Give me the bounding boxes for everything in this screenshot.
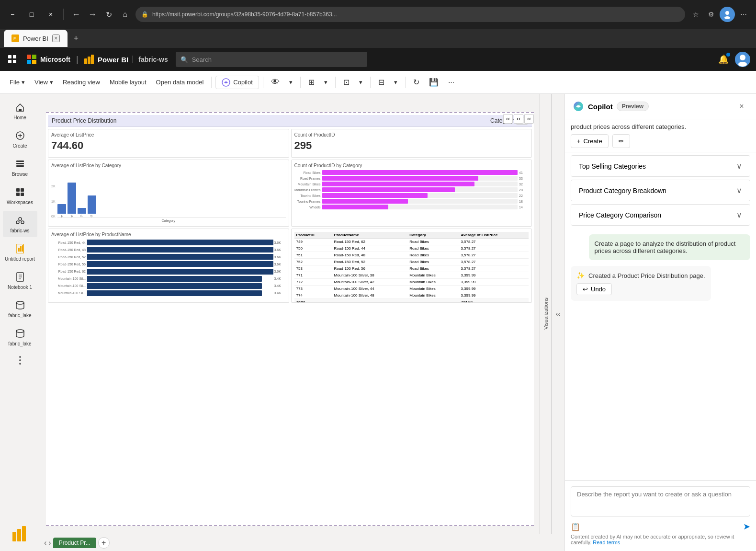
collapse-left-btn[interactable]: ‹‹	[503, 114, 513, 124]
browse-icon	[14, 158, 26, 170]
new-tab-btn[interactable]: +	[69, 32, 83, 45]
toolbar-dropdown3[interactable]: ▾	[355, 74, 366, 91]
svg-rect-14	[91, 55, 94, 64]
refresh-btn[interactable]: ↻	[102, 8, 115, 21]
h-bar-track-7	[322, 205, 518, 209]
copilot-close-btn[interactable]: ×	[735, 100, 748, 113]
more-options-btn[interactable]: ⋯	[737, 8, 750, 21]
browser-tab-bar: P Power BI × +	[0, 29, 756, 48]
svg-rect-4	[8, 55, 11, 58]
minimize-btn[interactable]: −	[6, 8, 19, 21]
extensions-btn[interactable]: ⚙	[704, 8, 718, 21]
svg-rect-12	[84, 58, 87, 64]
collapse-right-btn[interactable]: ‹‹	[514, 114, 523, 124]
current-page-tab[interactable]: Product Pr...	[53, 538, 96, 548]
svg-point-16	[740, 55, 745, 60]
notification-btn[interactable]: 🔔	[716, 52, 731, 67]
edit-action-btn[interactable]: ✏	[612, 134, 630, 148]
toolbar-icon2[interactable]: ⊞	[305, 74, 318, 91]
svg-text:P: P	[13, 36, 16, 41]
reading-view-btn[interactable]: Reading view	[59, 74, 104, 91]
mobile-layout-btn[interactable]: Mobile layout	[106, 74, 150, 91]
accordion-header-1[interactable]: Product Category Breakdown ∨	[571, 180, 750, 201]
active-tab[interactable]: P Power BI ×	[4, 30, 68, 47]
save-btn[interactable]: 💾	[425, 74, 442, 91]
accordion-list: Top Selling Categories ∨ Product Categor…	[565, 152, 756, 229]
total-value: 744.60	[459, 299, 529, 303]
file-label: File	[10, 79, 20, 86]
sidebar-item-untitled-report[interactable]: Untitled report	[3, 239, 37, 265]
header-search[interactable]: 🔍 Search	[176, 52, 367, 67]
toolbar-icon4[interactable]: ⊟	[374, 74, 388, 91]
collapse-btn-1[interactable]: ‹‹	[551, 94, 564, 534]
collapse-both-btn[interactable]: ‹‹	[524, 114, 534, 124]
sidebar-item-fabric-lake1[interactable]: fabric_lake	[3, 296, 37, 322]
total-label: Total	[294, 299, 459, 303]
accordion-header-2[interactable]: Price Category Comparison ∨	[571, 205, 750, 225]
clipboard-btn[interactable]: 📋	[571, 522, 580, 531]
toolbar-dropdown4[interactable]: ▾	[390, 74, 401, 91]
accordion-label-1: Product Category Breakdown	[579, 187, 666, 195]
open-data-model-btn[interactable]: Open data model	[152, 74, 208, 91]
sidebar-item-workspaces[interactable]: Workspaces	[3, 183, 37, 209]
svg-point-30	[19, 218, 22, 220]
toolbar-dropdown1[interactable]: ▾	[285, 74, 296, 91]
home-btn[interactable]: ⌂	[118, 8, 132, 21]
toolbar-icon3[interactable]: ⊡	[339, 74, 353, 91]
address-bar[interactable]: 🔒 https://msit.powerbi.com/groups/32a98b…	[135, 7, 685, 22]
maximize-btn[interactable]: □	[25, 8, 38, 21]
send-btn[interactable]: ➤	[743, 521, 750, 532]
svg-rect-13	[88, 57, 90, 64]
forward-btn[interactable]: →	[86, 8, 99, 21]
h-bar-row-4: Mountain Frames 28	[294, 187, 529, 192]
apps-grid-btn[interactable]	[6, 53, 19, 66]
prod-bar-2	[87, 247, 273, 253]
add-page-btn[interactable]: +	[98, 537, 110, 549]
copilot-ribbon-btn[interactable]: Copilot	[215, 76, 259, 89]
sidebar-item-browse[interactable]: Browse	[3, 154, 37, 181]
undo-btn[interactable]: ↩ Undo	[576, 283, 612, 295]
read-terms-link[interactable]: Read terms	[593, 540, 620, 545]
close-btn[interactable]: ×	[44, 8, 57, 21]
h-bar-val-5: 22	[519, 194, 529, 197]
h-bar-row-3: Mountain Bikes 32	[294, 182, 529, 186]
more-items-dots[interactable]	[19, 356, 21, 365]
user-avatar[interactable]	[735, 52, 750, 67]
power-bi-bottom-logo[interactable]	[12, 526, 28, 543]
fabric-ws-icon	[14, 215, 26, 226]
visualizations-tab[interactable]: Visualizations	[540, 94, 551, 534]
file-menu-btn[interactable]: File ▾	[6, 74, 29, 91]
sidebar-item-fabric-ws[interactable]: fabric-ws	[3, 211, 37, 237]
create-action-btn[interactable]: + Create	[571, 134, 609, 148]
home-label: Home	[13, 115, 26, 120]
copilot-text-input[interactable]	[571, 486, 750, 517]
page-nav-next[interactable]: ›	[48, 539, 51, 547]
page-nav-prev[interactable]: ‹	[44, 539, 46, 547]
sidebar-item-fabric-lake2[interactable]: fabric_lake	[3, 324, 37, 350]
favorites-btn[interactable]: ☆	[689, 8, 702, 21]
browser-profile[interactable]	[720, 7, 735, 22]
create-btn-label: Create	[584, 138, 602, 145]
refresh-btn-ribbon[interactable]: ↻	[409, 74, 423, 91]
sidebar-item-notebook[interactable]: Notebook 1	[3, 267, 37, 294]
toolbar-view-btn[interactable]: 👁	[267, 74, 283, 91]
edit-icon: ✏	[619, 138, 624, 145]
plus-icon: +	[577, 138, 581, 145]
toolbar-dropdown2[interactable]: ▾	[320, 74, 331, 91]
ribbon: File ▾ View ▾ Reading view Mobile layout…	[0, 71, 756, 94]
view-label: View	[34, 79, 48, 86]
left-sidebar: Home Create Browse Workspaces fabric-ws	[0, 94, 40, 551]
back-btn[interactable]: ←	[69, 8, 83, 21]
view-menu-btn[interactable]: View ▾	[31, 74, 57, 91]
product-bars	[87, 239, 273, 297]
tab-close-btn[interactable]: ×	[52, 34, 60, 42]
sidebar-item-create[interactable]: Create	[3, 126, 37, 152]
report-content: Product Price Distribution Category All …	[46, 112, 534, 526]
bar-col-1: A	[57, 204, 66, 218]
accordion-header-0[interactable]: Top Selling Categories ∨	[571, 156, 750, 176]
collapse-arrows: ‹‹ ‹‹ ‹‹	[503, 114, 534, 124]
svg-rect-44	[17, 529, 21, 541]
more-btn[interactable]: ⋯	[444, 74, 458, 91]
sidebar-item-home[interactable]: Home	[3, 98, 37, 124]
prod-bar-5	[87, 269, 273, 275]
